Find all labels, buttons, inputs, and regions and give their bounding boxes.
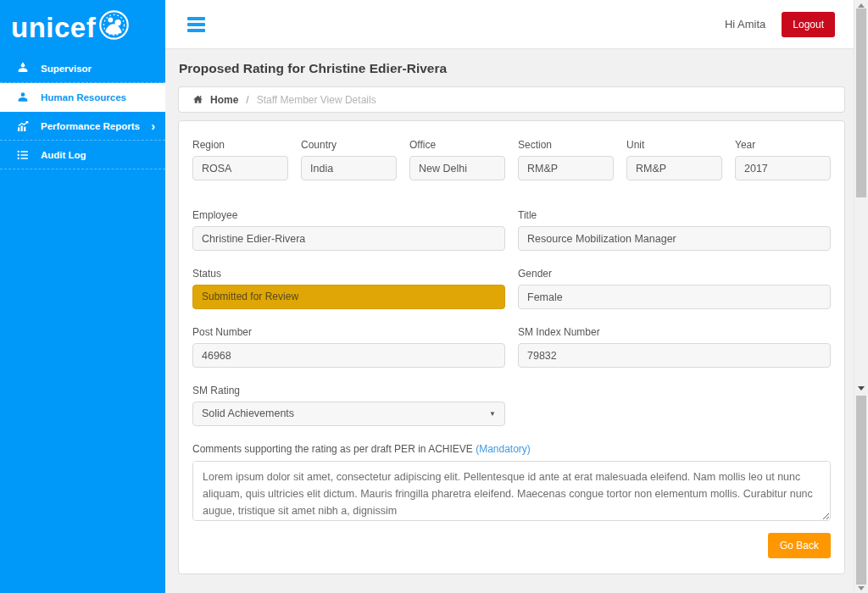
- sidebar-nav: Supervisor Human Resources Performance R…: [0, 54, 165, 169]
- employee-input[interactable]: [192, 226, 505, 251]
- unit-input[interactable]: [626, 156, 722, 180]
- scroll-marker-icon[interactable]: [854, 384, 868, 392]
- scrollbar-thumb[interactable]: [856, 8, 866, 197]
- field-post-number: Post Number: [192, 326, 505, 368]
- list-icon: [16, 148, 30, 162]
- field-year: Year: [735, 139, 831, 180]
- comments-textarea[interactable]: Lorem ipsum dolor sit amet, consectetur …: [192, 461, 831, 521]
- scrollbar-thumb-inner[interactable]: [856, 396, 866, 585]
- form-row-employee: Employee Title: [192, 209, 831, 251]
- sidebar-item-label: Audit Log: [41, 150, 86, 160]
- form-footer: Go Back: [192, 533, 831, 558]
- sidebar-item-human-resources[interactable]: Human Resources: [0, 83, 165, 112]
- country-input[interactable]: [301, 156, 397, 180]
- caret-down-icon: ▼: [489, 402, 496, 425]
- year-input[interactable]: [735, 156, 831, 180]
- mandatory-note: (Mandatory): [476, 443, 531, 455]
- country-label: Country: [301, 139, 397, 151]
- content-area: Proposed Rating for Christine Edier-Rive…: [165, 49, 854, 574]
- menu-icon[interactable]: [187, 17, 205, 32]
- year-label: Year: [735, 139, 831, 151]
- scrollbar-track[interactable]: [854, 0, 868, 593]
- breadcrumb-home-link[interactable]: Home: [210, 94, 238, 106]
- unicef-emblem-icon: [98, 9, 130, 41]
- sidebar-item-label: Human Resources: [41, 92, 126, 103]
- field-status: Status Submitted for Review: [192, 268, 505, 309]
- chart-icon: [16, 119, 30, 133]
- unit-label: Unit: [626, 139, 722, 151]
- sidebar: unicef Supervisor: [0, 0, 165, 593]
- field-comments: Comments supporting the rating as per dr…: [192, 443, 831, 521]
- topbar-right: Hi Amita Logout: [725, 12, 835, 37]
- sidebar-item-label: Supervisor: [41, 64, 92, 74]
- status-label: Status: [192, 268, 505, 280]
- region-label: Region: [192, 139, 288, 151]
- user-greeting: Hi Amita: [725, 18, 765, 30]
- person-icon: [16, 91, 30, 104]
- sm-index-number-label: SM Index Number: [518, 326, 831, 338]
- staff-details-form: Region Country Office Section: [178, 120, 845, 574]
- spacer-column: [518, 385, 831, 426]
- gender-label: Gender: [518, 268, 831, 280]
- field-country: Country: [301, 139, 397, 180]
- post-number-label: Post Number: [192, 326, 505, 338]
- field-unit: Unit: [626, 139, 722, 180]
- unicef-logo-text: unicef: [11, 14, 96, 42]
- office-label: Office: [409, 139, 505, 151]
- field-region: Region: [192, 139, 288, 180]
- sidebar-item-audit-log[interactable]: Audit Log: [0, 141, 165, 169]
- topbar: Hi Amita Logout: [165, 0, 854, 49]
- field-employee: Employee: [192, 209, 505, 251]
- comments-label: Comments supporting the rating as per dr…: [192, 443, 831, 455]
- breadcrumb-separator: /: [246, 94, 248, 106]
- sidebar-item-supervisor[interactable]: Supervisor: [0, 54, 165, 83]
- main-area: Hi Amita Logout Proposed Rating for Chri…: [165, 0, 854, 593]
- field-sm-index-number: SM Index Number: [518, 326, 831, 368]
- form-row-status: Status Submitted for Review Gender: [192, 268, 831, 309]
- logout-button[interactable]: Logout: [782, 12, 835, 37]
- scroll-down-button[interactable]: [854, 584, 868, 592]
- field-title: Title: [518, 209, 831, 251]
- sm-rating-label: SM Rating: [192, 385, 505, 396]
- status-badge: Submitted for Review: [192, 285, 505, 309]
- title-label: Title: [518, 209, 831, 221]
- app-window: unicef Supervisor: [0, 0, 868, 593]
- field-sm-rating: SM Rating Solid Achievements ▼: [192, 385, 505, 426]
- sm-index-number-input[interactable]: [518, 343, 831, 368]
- section-label: Section: [518, 139, 614, 151]
- sm-rating-value: Solid Achievements: [202, 402, 294, 425]
- field-office: Office: [409, 139, 505, 180]
- region-input[interactable]: [192, 156, 288, 180]
- title-input[interactable]: [518, 226, 831, 251]
- gender-input[interactable]: [518, 285, 831, 309]
- field-section: Section: [518, 139, 614, 180]
- form-row-location: Region Country Office Section: [192, 139, 831, 180]
- sm-rating-select[interactable]: Solid Achievements ▼: [192, 402, 505, 426]
- post-number-input[interactable]: [192, 343, 505, 368]
- office-input[interactable]: [409, 156, 505, 180]
- form-row-numbers: Post Number SM Index Number: [192, 326, 831, 368]
- chevron-right-icon: ›: [151, 120, 155, 132]
- supervisor-icon: [16, 62, 30, 75]
- page-title: Proposed Rating for Christine Edier-Rive…: [179, 61, 845, 76]
- sidebar-item-performance-reports[interactable]: Performance Reports ›: [0, 112, 165, 141]
- field-gender: Gender: [518, 268, 831, 309]
- go-back-button[interactable]: Go Back: [768, 533, 831, 558]
- home-icon: [192, 94, 203, 105]
- employee-label: Employee: [192, 209, 505, 221]
- section-input[interactable]: [518, 156, 614, 180]
- sidebar-item-label: Performance Reports: [41, 121, 140, 131]
- breadcrumb: Home / Staff Member View Details: [178, 86, 845, 113]
- unicef-logo: unicef: [0, 0, 165, 54]
- form-row-rating: SM Rating Solid Achievements ▼: [192, 385, 831, 426]
- breadcrumb-current: Staff Member View Details: [257, 94, 376, 106]
- comments-label-text: Comments supporting the rating as per dr…: [192, 443, 476, 455]
